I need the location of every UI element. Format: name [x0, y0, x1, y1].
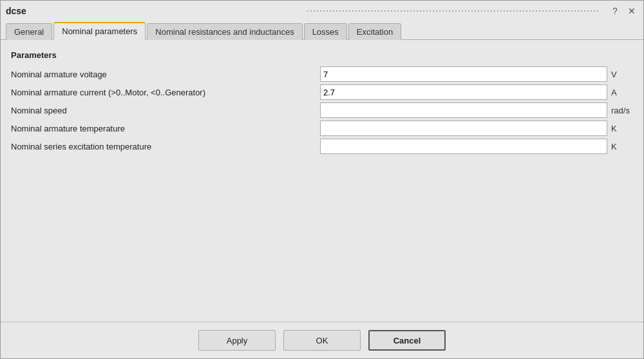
tab-nominal-resistances[interactable]: Nominal resistances and inductances	[147, 23, 302, 40]
tabs-bar: General Nominal parameters Nominal resis…	[1, 21, 643, 40]
param-unit-series-excitation-temp: K	[607, 142, 633, 151]
param-input-armature-current[interactable]	[320, 84, 607, 100]
param-unit-armature-temp: K	[607, 124, 633, 133]
param-input-armature-voltage[interactable]	[320, 66, 607, 82]
table-row: Nominal series excitation temperature K	[11, 139, 633, 154]
table-row: Nominal speed rad/s	[11, 102, 633, 118]
title-decoration	[307, 10, 598, 12]
param-label-armature-current: Nominal armature current (>0..Motor, <0.…	[11, 88, 320, 97]
param-input-armature-temp[interactable]	[320, 121, 607, 136]
dialog-title: dcse	[6, 6, 297, 16]
param-label-nominal-speed: Nominal speed	[11, 106, 320, 115]
help-button[interactable]: ?	[609, 5, 621, 17]
close-button[interactable]: ✕	[625, 5, 638, 17]
table-row: Nominal armature temperature K	[11, 121, 633, 136]
apply-button[interactable]: Apply	[198, 330, 276, 351]
cancel-button[interactable]: Cancel	[368, 330, 446, 351]
tab-excitation[interactable]: Excitation	[348, 23, 401, 40]
title-bar: dcse ? ✕	[1, 1, 643, 21]
param-label-armature-temp: Nominal armature temperature	[11, 124, 320, 133]
params-table: Nominal armature voltage V Nominal armat…	[11, 66, 633, 154]
param-unit-nominal-speed: rad/s	[607, 106, 633, 115]
param-unit-armature-current: A	[607, 88, 633, 97]
title-icons: ? ✕	[609, 5, 638, 17]
param-input-nominal-speed[interactable]	[320, 102, 607, 118]
param-input-series-excitation-temp[interactable]	[320, 139, 607, 154]
ok-button[interactable]: OK	[283, 330, 361, 351]
section-label: Parameters	[11, 50, 633, 60]
tab-nominal-parameters[interactable]: Nominal parameters	[53, 22, 146, 40]
content-area: Parameters Nominal armature voltage V No…	[1, 40, 643, 322]
param-label-armature-voltage: Nominal armature voltage	[11, 70, 320, 79]
tab-general[interactable]: General	[6, 23, 52, 40]
table-row: Nominal armature current (>0..Motor, <0.…	[11, 84, 633, 100]
footer: Apply OK Cancel	[1, 322, 643, 358]
param-unit-armature-voltage: V	[607, 70, 633, 79]
dialog: dcse ? ✕ General Nominal parameters Nomi…	[0, 0, 644, 359]
param-label-series-excitation-temp: Nominal series excitation temperature	[11, 142, 320, 151]
table-row: Nominal armature voltage V	[11, 66, 633, 82]
tab-losses[interactable]: Losses	[304, 23, 347, 40]
